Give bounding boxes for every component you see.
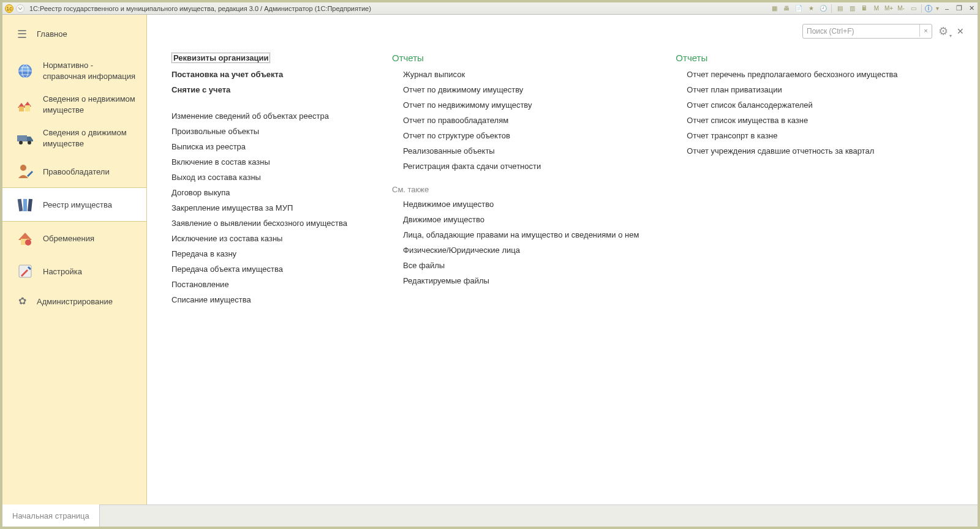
tool-icon-7[interactable]: ▥ [847, 4, 857, 13]
m-plus-button[interactable]: M+ [884, 4, 894, 13]
tool-icon-8[interactable]: 🖩 [859, 4, 869, 13]
titlebar: 1c 1С:Реестр государственного и муниципа… [2, 2, 978, 15]
sidebar-item-label: Администрирование [37, 296, 113, 307]
gear-icon: ✿ [15, 294, 29, 309]
minimize-button[interactable]: – [942, 4, 952, 13]
sidebar-item-realestate[interactable]: Сведения о недвижимом имуществе [2, 88, 146, 121]
sidebar-item-label: Обременения [43, 233, 94, 244]
link-item[interactable]: Договор выкупа [172, 185, 355, 200]
tab-start-page[interactable]: Начальная страница [2, 505, 100, 527]
link-item[interactable]: Отчет по движимому имуществу [392, 82, 639, 97]
reports-heading: Отчеты [392, 53, 639, 63]
books-icon [15, 194, 36, 215]
link-item[interactable]: Включение в состав казны [172, 154, 355, 170]
tool-icon-9[interactable]: ▭ [908, 4, 918, 13]
link-item[interactable]: Списание имущества [172, 292, 355, 307]
reports-heading-2: Отчеты [676, 53, 897, 63]
link-item[interactable]: Выписка из реестра [172, 139, 355, 154]
tool-icon-3[interactable]: 📄 [794, 4, 804, 13]
tools-icon [15, 261, 36, 282]
link-item[interactable]: Отчет список имущества в казне [676, 113, 897, 128]
link-item[interactable]: Физические/Юридические лица [392, 242, 639, 258]
close-panel-button[interactable]: ✕ [954, 26, 967, 36]
m-button[interactable]: M [872, 4, 881, 13]
link-item[interactable]: Исключение из состава казны [172, 231, 355, 246]
sidebar-item-encumbrances[interactable]: Обременения [2, 222, 146, 255]
info-dropdown-icon[interactable]: ▾ [935, 4, 940, 13]
link-item[interactable]: Постановление [172, 277, 355, 292]
link-item[interactable]: Отчет по правообладателям [392, 113, 639, 128]
link-item[interactable]: Отчет по недвижимому имуществу [392, 97, 639, 113]
svg-rect-9 [23, 199, 27, 211]
svg-rect-3 [25, 105, 30, 111]
search-box: × [802, 24, 932, 39]
svg-rect-10 [28, 199, 32, 212]
link-item[interactable]: Регистрация факта сдачи отчетности [392, 159, 639, 174]
link-item[interactable]: Отчет перечень предполагаемого бесхозног… [676, 67, 897, 82]
maximize-button[interactable]: ❐ [954, 4, 964, 13]
tool-icon-4[interactable]: ★ [806, 4, 816, 13]
nav-dropdown-icon[interactable] [16, 4, 24, 13]
sidebar-item-label: Правообладатели [43, 167, 110, 178]
sidebar-item-registry[interactable]: Реестр имущества [2, 187, 146, 222]
system-toolbar: ▦ 🖶 📄 ★ 🕘 ▤ ▥ 🖩 M M+ M- ▭ i ▾ – ❐ ✕ [769, 4, 978, 13]
houses-icon [15, 94, 36, 115]
link-item[interactable]: Реализованные объекты [392, 143, 639, 159]
globe-icon [15, 61, 36, 81]
tool-icon-1[interactable]: ▦ [769, 4, 779, 13]
tool-icon-5[interactable]: 🕘 [818, 4, 828, 13]
svg-rect-2 [19, 107, 24, 111]
column-reports-2: Отчеты Отчет перечень предполагаемого бе… [676, 53, 897, 159]
close-window-button[interactable]: ✕ [967, 4, 976, 13]
sidebar-item-owners[interactable]: Правообладатели [2, 155, 146, 188]
link-item[interactable]: Передача объекта имущества [172, 261, 355, 277]
link-item[interactable]: Все файлы [392, 258, 639, 273]
clear-search-button[interactable]: × [919, 24, 932, 37]
link-item[interactable]: Лица, обладающие правами на имущество и … [392, 227, 639, 242]
sidebar-item-admin[interactable]: ✿ Администрирование [2, 288, 146, 315]
tab-label: Начальная страница [12, 511, 89, 520]
person-pen-icon [15, 161, 36, 182]
svg-point-6 [28, 141, 31, 144]
link-item[interactable]: Передача в казну [172, 246, 355, 261]
sidebar-main[interactable]: ☰ Главное [2, 15, 146, 54]
link-item[interactable]: Заявление о выявлении бесхозного имущест… [172, 216, 355, 231]
link-item[interactable]: Движимое имущество [392, 212, 639, 227]
sidebar-item-settings[interactable]: Настройка [2, 255, 146, 288]
link-item[interactable]: Отчет трансопрт в казне [676, 128, 897, 143]
link-item[interactable]: Журнал выписок [392, 67, 639, 82]
link-item[interactable]: Закрепление имущества за МУП [172, 200, 355, 216]
link-item[interactable]: Недвижимое имущество [392, 197, 639, 212]
tab-strip-empty [100, 505, 978, 527]
link-item[interactable]: Отчет учреждения сдавшие отчетность за к… [676, 143, 897, 159]
sidebar-item-label: Реестр имущества [43, 200, 112, 211]
tool-icon-2[interactable]: 🖶 [782, 4, 791, 13]
link-item[interactable]: Изменение сведений об объектах реестра [172, 108, 355, 124]
m-minus-button[interactable]: M- [896, 4, 906, 13]
sidebar-item-movable[interactable]: Сведения о движимом имуществе [2, 121, 146, 155]
link-item[interactable]: Отчет план приватизации [676, 82, 897, 97]
column-reports-1: Отчеты Журнал выписок Отчет по движимому… [392, 53, 639, 288]
svg-point-5 [19, 141, 23, 144]
link-deregister[interactable]: Снятие с учета [172, 82, 355, 97]
settings-dropdown-button[interactable]: ⚙ [937, 24, 949, 38]
link-item[interactable]: Отчет по структуре объектов [392, 128, 639, 143]
info-icon[interactable]: i [925, 5, 932, 12]
sidebar: ☰ Главное Нормативно - справочная информ… [2, 15, 147, 505]
link-org-details[interactable]: Реквизиты организации [172, 53, 270, 63]
link-item[interactable]: Выход из состава казны [172, 170, 355, 185]
svg-rect-8 [18, 199, 23, 212]
sidebar-item-reference[interactable]: Нормативно - справочная информация [2, 54, 146, 88]
svg-point-7 [20, 165, 26, 171]
column-actions: Реквизиты организации Постановка на учет… [172, 53, 355, 307]
link-item[interactable]: Отчет список балансодержателей [676, 97, 897, 113]
search-input[interactable] [802, 24, 932, 39]
link-register-object[interactable]: Постановка на учет объекта [172, 67, 355, 82]
link-item[interactable]: Произвольные объекты [172, 124, 355, 139]
house-shield-icon [15, 228, 36, 249]
separator [921, 4, 922, 13]
sidebar-item-label: Сведения о недвижимом имуществе [43, 94, 138, 115]
link-item[interactable]: Редактируемые файлы [392, 273, 639, 288]
separator [831, 4, 832, 13]
tool-icon-6[interactable]: ▤ [835, 4, 845, 13]
